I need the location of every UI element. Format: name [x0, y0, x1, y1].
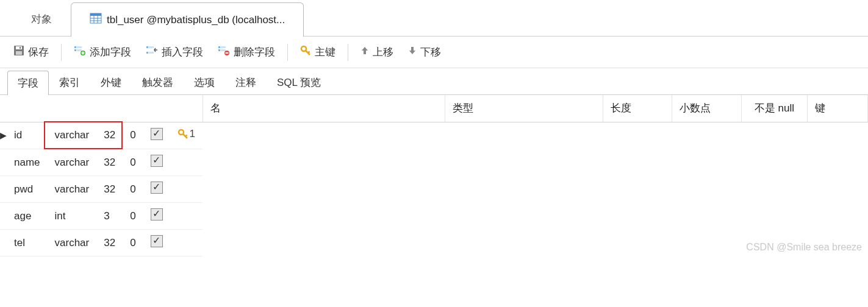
table-row[interactable]: namevarchar320	[0, 149, 203, 176]
cell-decimals[interactable]: 0	[123, 122, 143, 149]
fields-grid: 名 类型 长度 小数点 不是 null 键 ▶idvarchar3201name…	[0, 95, 868, 256]
cell-name[interactable]: pwd	[7, 176, 48, 203]
cell-name[interactable]: tel	[7, 230, 48, 256]
table-row[interactable]: ageint30	[0, 203, 203, 230]
designer-tabs: 字段 索引 外键 触发器 选项 注释 SQL 预览	[0, 68, 868, 95]
add-field-label: 添加字段	[90, 45, 131, 59]
tab-objects-label: 对象	[31, 12, 52, 26]
header-name[interactable]: 名	[203, 95, 445, 122]
not-null-checkbox[interactable]	[151, 155, 163, 167]
cell-type[interactable]: varchar	[48, 176, 97, 203]
svg-rect-26	[226, 52, 229, 54]
cell-key[interactable]	[170, 149, 203, 176]
svg-rect-20	[149, 52, 154, 54]
tab-table-design-label: tbl_user @mybatisplus_db (localhost...	[107, 14, 285, 26]
cell-key[interactable]: 1	[170, 122, 203, 149]
cell-not-null[interactable]	[143, 122, 170, 149]
header-key[interactable]: 键	[808, 95, 868, 122]
separator	[61, 44, 62, 61]
table-row[interactable]: ▶idvarchar3201	[0, 122, 203, 149]
cell-name[interactable]: name	[7, 149, 48, 176]
row-marker	[0, 176, 7, 203]
tab-indexes-label: 索引	[59, 77, 80, 88]
move-down-button[interactable]: 下移	[402, 43, 447, 62]
cell-not-null[interactable]	[143, 203, 170, 230]
save-icon	[13, 45, 24, 59]
tab-fields-label: 字段	[18, 77, 38, 89]
cell-key[interactable]	[170, 230, 203, 256]
svg-rect-8	[16, 51, 22, 55]
primary-key-button[interactable]: 主键	[294, 43, 342, 62]
not-null-checkbox[interactable]	[151, 235, 163, 247]
cell-not-null[interactable]	[143, 176, 170, 203]
cell-decimals[interactable]: 0	[123, 230, 143, 256]
tab-sql-preview-label: SQL 预览	[277, 77, 321, 88]
svg-rect-7	[16, 46, 22, 49]
insert-field-icon	[146, 45, 158, 59]
primary-key-label: 主键	[315, 45, 335, 59]
header-type[interactable]: 类型	[445, 95, 603, 122]
cell-decimals[interactable]: 0	[123, 149, 143, 176]
tab-triggers[interactable]: 触发器	[132, 70, 184, 94]
delete-field-label: 删除字段	[234, 45, 275, 59]
not-null-checkbox[interactable]	[151, 128, 163, 140]
header-marker	[0, 95, 203, 122]
tab-sql-preview[interactable]: SQL 预览	[267, 70, 331, 94]
header-not-null[interactable]: 不是 null	[741, 95, 808, 122]
cell-decimals[interactable]: 0	[123, 203, 143, 230]
tab-foreign-keys[interactable]: 外键	[90, 70, 132, 94]
cell-type[interactable]: varchar	[48, 149, 97, 176]
not-null-checkbox[interactable]	[151, 208, 163, 221]
cell-type[interactable]: varchar	[48, 122, 97, 149]
cell-key[interactable]	[170, 203, 203, 230]
cell-length[interactable]: 32	[96, 176, 123, 203]
tab-fields[interactable]: 字段	[7, 71, 49, 95]
cell-length[interactable]: 32	[96, 122, 123, 149]
move-down-label: 下移	[420, 45, 441, 59]
cell-not-null[interactable]	[143, 230, 170, 256]
tab-triggers-label: 触发器	[142, 77, 173, 88]
tab-indexes[interactable]: 索引	[49, 70, 90, 94]
move-up-button[interactable]: 上移	[354, 43, 400, 62]
add-field-button[interactable]: 添加字段	[68, 43, 137, 62]
delete-field-button[interactable]: 删除字段	[212, 43, 281, 62]
svg-rect-16	[82, 52, 85, 54]
tab-options[interactable]: 选项	[184, 70, 225, 94]
svg-rect-13	[77, 49, 82, 51]
watermark-text: CSDN @Smile sea breeze	[746, 242, 862, 252]
svg-rect-19	[146, 52, 148, 54]
row-marker: ▶	[0, 122, 7, 149]
cell-length[interactable]: 32	[96, 149, 123, 176]
tab-comment-label: 注释	[235, 77, 256, 88]
key-index: 1	[190, 128, 195, 140]
tab-objects[interactable]: 对象	[12, 2, 71, 36]
header-key-label: 键	[815, 102, 825, 114]
cell-type[interactable]: int	[48, 203, 97, 230]
cell-not-null[interactable]	[143, 149, 170, 176]
row-marker	[0, 203, 7, 230]
cell-key[interactable]	[170, 176, 203, 203]
move-up-label: 上移	[373, 45, 393, 59]
save-button[interactable]: 保存	[7, 43, 55, 62]
cell-name[interactable]: id	[7, 122, 48, 149]
tab-table-design[interactable]: tbl_user @mybatisplus_db (localhost...	[71, 2, 304, 37]
watermark: CSDN @Smile sea breeze	[746, 242, 862, 253]
tab-comment[interactable]: 注释	[225, 70, 267, 94]
svg-rect-10	[74, 46, 76, 48]
insert-field-button[interactable]: 插入字段	[140, 43, 209, 62]
header-decimals[interactable]: 小数点	[672, 95, 741, 122]
cell-decimals[interactable]: 0	[123, 176, 143, 203]
cell-name[interactable]: age	[7, 203, 48, 230]
separator	[348, 44, 348, 61]
tab-foreign-keys-label: 外键	[101, 77, 121, 88]
svg-rect-18	[149, 46, 154, 48]
not-null-checkbox[interactable]	[151, 182, 163, 194]
header-length[interactable]: 长度	[603, 95, 672, 122]
svg-rect-1	[90, 13, 101, 16]
header-type-label: 类型	[453, 102, 473, 114]
cell-length[interactable]: 3	[96, 203, 123, 230]
cell-length[interactable]: 32	[96, 230, 123, 256]
table-row[interactable]: pwdvarchar320	[0, 176, 203, 203]
cell-type[interactable]: varchar	[48, 230, 97, 256]
table-row[interactable]: telvarchar320	[0, 230, 203, 256]
